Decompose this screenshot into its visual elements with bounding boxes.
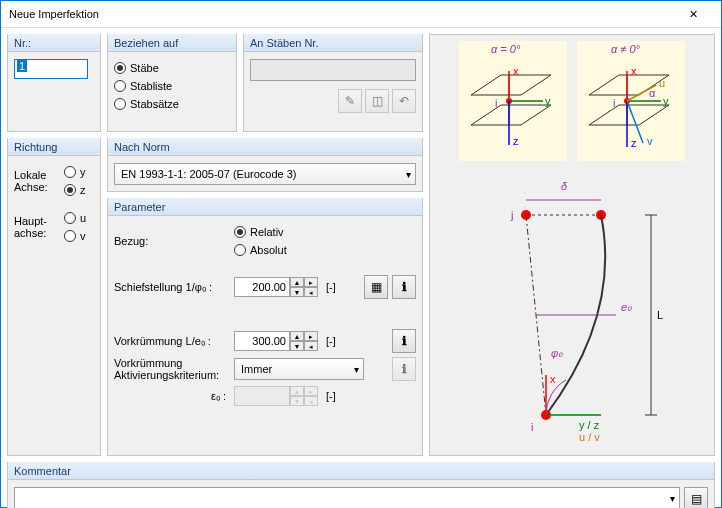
svg-text:y: y: [545, 95, 551, 107]
haupt-achse-label: Haupt- achse:: [14, 215, 64, 239]
bezug-label: Bezug:: [114, 235, 234, 247]
anstaben-legend: An Stäben Nr.: [244, 34, 422, 52]
group-kommentar: Kommentar ▤: [7, 462, 715, 508]
radio-stabliste[interactable]: [114, 80, 126, 92]
info-icon-2[interactable]: ℹ: [392, 329, 416, 353]
diagram-panel: α = 0° α ≠ 0° x y z i x y z u v α: [429, 34, 715, 456]
undo-icon[interactable]: ↶: [392, 89, 416, 113]
svg-text:u: u: [659, 77, 665, 89]
svg-text:x: x: [513, 65, 519, 77]
svg-text:δ: δ: [561, 180, 568, 192]
radio-z[interactable]: [64, 184, 76, 196]
svg-text:e₀: e₀: [621, 301, 632, 313]
nr-input[interactable]: 1: [14, 59, 88, 79]
dialog-title: Neue Imperfektion: [9, 8, 673, 20]
radio-y[interactable]: [64, 166, 76, 178]
group-anstaben: An Stäben Nr. ✎ ◫ ↶: [243, 34, 423, 132]
schief-label: Schiefstellung 1/φ₀ :: [114, 281, 234, 294]
eps-spinner: ▲▼ ▸◂: [234, 386, 318, 406]
svg-text:z: z: [631, 137, 637, 149]
svg-text:x: x: [631, 65, 637, 77]
vork-spinner[interactable]: ▲▼ ▸◂: [234, 331, 318, 351]
svg-text:v: v: [647, 135, 653, 147]
group-parameter: Parameter Bezug: Relativ Absolut Schiefs…: [107, 198, 423, 456]
kommentar-library-icon[interactable]: ▤: [684, 487, 708, 508]
svg-text:y: y: [663, 95, 669, 107]
vork-input[interactable]: [234, 331, 290, 351]
svg-text:α = 0°: α = 0°: [491, 43, 521, 55]
svg-text:z: z: [513, 135, 519, 147]
svg-text:α ≠ 0°: α ≠ 0°: [611, 43, 641, 55]
group-richtung: Richtung Lokale Achse: y z Haupt- achse:…: [7, 138, 101, 456]
schief-spinner[interactable]: ▲▼ ▸◂: [234, 277, 318, 297]
svg-text:x: x: [550, 373, 556, 385]
norm-select[interactable]: EN 1993-1-1: 2005-07 (Eurocode 3): [114, 163, 416, 185]
radio-absolut[interactable]: [234, 244, 246, 256]
vork-label: Vorkrümmung L/e₀ :: [114, 335, 234, 348]
group-nr: Nr.: 1: [7, 34, 101, 132]
pick-window-icon[interactable]: ◫: [365, 89, 389, 113]
svg-text:α: α: [649, 87, 656, 99]
norm-legend: Nach Norm: [108, 138, 422, 156]
kommentar-input[interactable]: [14, 487, 680, 508]
svg-text:y / z: y / z: [579, 419, 600, 431]
lokale-achse-label: Lokale Achse:: [14, 169, 64, 193]
radio-staebe[interactable]: [114, 62, 126, 74]
svg-text:i: i: [613, 97, 615, 109]
kommentar-legend: Kommentar: [8, 462, 714, 480]
radio-v[interactable]: [64, 230, 76, 242]
eps-label: ε₀ :: [114, 390, 234, 403]
svg-text:i: i: [531, 421, 533, 433]
parameter-legend: Parameter: [108, 198, 422, 216]
nr-legend: Nr.:: [8, 34, 100, 52]
info-icon-3[interactable]: ℹ: [392, 357, 416, 381]
svg-text:φ₀: φ₀: [551, 347, 563, 359]
aktiv-select[interactable]: Immer: [234, 358, 364, 380]
beziehen-legend: Beziehen auf: [108, 34, 236, 52]
schief-input[interactable]: [234, 277, 290, 297]
anstaben-input[interactable]: [250, 59, 416, 81]
svg-text:L: L: [657, 309, 663, 321]
svg-text:j: j: [510, 209, 513, 221]
richtung-legend: Richtung: [8, 138, 100, 156]
pick-icon[interactable]: ✎: [338, 89, 362, 113]
aktiv-label: Vorkrümmung Aktivierungskriterium:: [114, 357, 234, 381]
svg-text:u / v: u / v: [579, 431, 600, 443]
group-norm: Nach Norm EN 1993-1-1: 2005-07 (Eurocode…: [107, 138, 423, 192]
svg-text:i: i: [495, 97, 497, 109]
info-icon[interactable]: ℹ: [392, 275, 416, 299]
radio-stabsaetze[interactable]: [114, 98, 126, 110]
eps-input: [234, 386, 290, 406]
close-button[interactable]: ✕: [673, 1, 713, 27]
imperfection-diagram: α = 0° α ≠ 0° x y z i x y z u v α: [451, 35, 693, 455]
radio-u[interactable]: [64, 212, 76, 224]
group-beziehen: Beziehen auf Stäbe Stabliste Stabsätze: [107, 34, 237, 132]
radio-relativ[interactable]: [234, 226, 246, 238]
table-icon[interactable]: ▦: [364, 275, 388, 299]
